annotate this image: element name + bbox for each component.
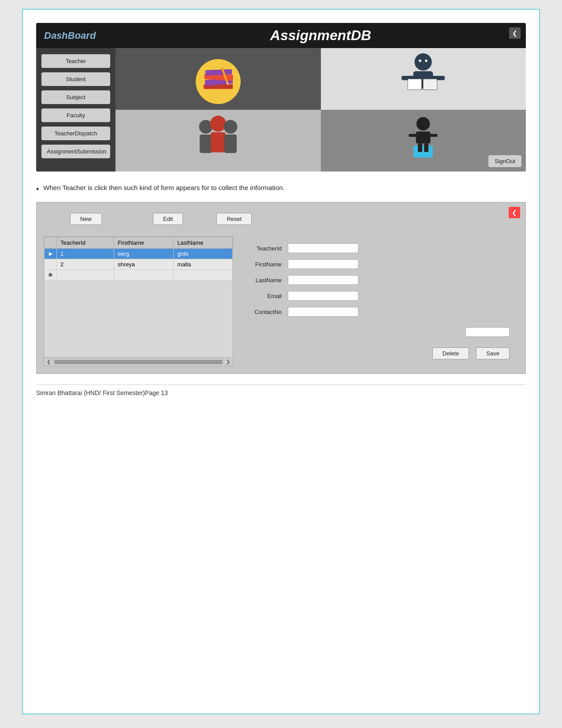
- label-teacherid: TeacherId: [242, 245, 282, 252]
- bullet-dot: •: [36, 185, 39, 194]
- scroll-left-arrow[interactable]: ❮: [47, 359, 51, 365]
- cell-teacherid: 1: [57, 249, 114, 259]
- label-firstname: FirstName: [242, 261, 282, 268]
- new-button[interactable]: New: [70, 213, 102, 225]
- svg-rect-26: [424, 144, 428, 152]
- svg-point-15: [425, 60, 428, 62]
- page-container: DashBoard AssignmentDB ❮ Teacher Student…: [22, 9, 540, 714]
- field-row-contactno: ContactNo: [242, 307, 510, 317]
- label-email: Email: [242, 293, 282, 299]
- table-row[interactable]: ▶ 1 eerg grds: [45, 249, 233, 259]
- field-row-email: Email: [242, 291, 510, 301]
- cell-teacherid: 2: [57, 259, 114, 270]
- nav-student-button[interactable]: Student: [41, 72, 110, 86]
- svg-rect-25: [418, 144, 422, 152]
- form-main: TeacherId FirstName LastName ▶ 1 eerg gr…: [44, 236, 518, 366]
- edit-button[interactable]: Edit: [153, 213, 183, 225]
- cell-lastname: malla: [174, 259, 233, 270]
- label-lastname: LastName: [242, 277, 282, 284]
- reader-image-cell: [321, 48, 526, 110]
- reset-button[interactable]: Reset: [216, 213, 252, 225]
- teachers-icon: [187, 110, 249, 172]
- svg-rect-11: [408, 79, 422, 90]
- svg-rect-21: [224, 134, 237, 153]
- svg-point-18: [210, 116, 226, 131]
- signout-button[interactable]: SignOut: [488, 155, 521, 167]
- signout-overlay: SignOut: [488, 155, 521, 167]
- scroll-right-arrow[interactable]: ❯: [226, 359, 230, 365]
- cell-lastname: grds: [174, 249, 233, 259]
- nav-teacher-button[interactable]: Teacher: [41, 54, 110, 68]
- presenter-image-cell: SignOut: [321, 110, 526, 172]
- teachers-image-cell: [115, 110, 321, 172]
- field-row-teacherid: TeacherId: [242, 243, 510, 253]
- row-arrow: ▶: [45, 249, 57, 259]
- table-header-teacherid: TeacherId: [57, 237, 114, 249]
- form-back-button[interactable]: ❮: [509, 207, 520, 218]
- reader-icon: [392, 48, 454, 110]
- data-table: TeacherId FirstName LastName ▶ 1 eerg gr…: [44, 237, 233, 280]
- horizontal-scrollbar[interactable]: [54, 360, 223, 364]
- delete-button[interactable]: Delete: [432, 347, 469, 359]
- nav-teacherdispatch-button[interactable]: TeacherDispatch: [41, 127, 110, 140]
- svg-rect-28: [430, 134, 438, 137]
- books-icon: [192, 52, 245, 105]
- input-lastname[interactable]: [288, 275, 358, 285]
- save-button[interactable]: Save: [476, 347, 510, 359]
- dash-header: DashBoard AssignmentDB ❮: [36, 23, 526, 48]
- new-row-marker: ✱: [45, 270, 57, 280]
- table-area: TeacherId FirstName LastName ▶ 1 eerg gr…: [44, 236, 233, 366]
- dashboard-app: DashBoard AssignmentDB ❮ Teacher Student…: [36, 23, 526, 172]
- form-actions: [242, 327, 510, 337]
- form-action-buttons: Delete Save: [242, 347, 510, 359]
- teacher-form-container: ❮ New Edit Reset TeacherId FirstName L: [36, 202, 526, 374]
- cell-firstname: eerg: [114, 249, 174, 259]
- svg-rect-24: [413, 146, 433, 157]
- bullet-section: • When Teacher is click then such kind o…: [36, 184, 526, 194]
- label-contactno: ContactNo: [242, 309, 282, 315]
- cell-firstname: shreya: [114, 259, 174, 270]
- bullet-text: When Teacher is click then such kind of …: [43, 184, 285, 191]
- table-row-new[interactable]: ✱: [45, 270, 233, 280]
- table-scroll-area[interactable]: TeacherId FirstName LastName ▶ 1 eerg gr…: [44, 237, 233, 357]
- nav-faculty-button[interactable]: Faculty: [41, 108, 110, 122]
- dashboard-title: DashBoard: [44, 30, 123, 41]
- field-row-lastname: LastName: [242, 275, 510, 285]
- svg-rect-17: [200, 134, 212, 153]
- dash-body: Teacher Student Subject Faculty TeacherD…: [36, 48, 526, 172]
- svg-point-14: [419, 60, 421, 62]
- table-header-indicator: [45, 237, 57, 249]
- svg-point-7: [415, 53, 432, 71]
- svg-rect-27: [409, 134, 417, 137]
- cell-teacherid-new: [57, 270, 114, 280]
- svg-point-20: [223, 120, 237, 134]
- books-image-cell: [115, 48, 321, 110]
- dash-content: SignOut: [115, 48, 526, 172]
- field-row-firstname: FirstName: [242, 259, 510, 269]
- fields-area: TeacherId FirstName LastName Email Conta…: [233, 236, 518, 366]
- input-teacherid[interactable]: [288, 243, 358, 253]
- svg-rect-4: [205, 69, 232, 75]
- page-footer: Simran Bhattarai (HND/ First Semester)Pa…: [36, 385, 526, 396]
- table-row[interactable]: 2 shreya malla: [45, 259, 233, 270]
- input-firstname[interactable]: [288, 259, 358, 269]
- app-title: AssignmentDB: [123, 27, 518, 44]
- dash-sidebar: Teacher Student Subject Faculty TeacherD…: [36, 48, 115, 172]
- svg-point-22: [417, 117, 430, 131]
- extra-input[interactable]: [465, 327, 510, 337]
- svg-rect-12: [423, 79, 437, 90]
- presenter-icon: [397, 114, 450, 167]
- nav-subject-button[interactable]: Subject: [41, 90, 110, 104]
- table-bottom-bar: ❮ ❯: [44, 357, 233, 366]
- table-header-lastname: LastName: [174, 237, 233, 249]
- svg-rect-23: [416, 131, 431, 143]
- input-email[interactable]: [288, 291, 358, 301]
- svg-rect-19: [211, 132, 226, 153]
- nav-assignmentsubmission-button[interactable]: AssignmentSubmission: [41, 145, 110, 158]
- cell-firstname-new: [114, 270, 174, 280]
- table-header-firstname: FirstName: [114, 237, 174, 249]
- input-contactno[interactable]: [288, 307, 358, 317]
- form-toolbar: New Edit Reset: [44, 209, 518, 228]
- cell-lastname-new: [174, 270, 233, 280]
- dashboard-back-button[interactable]: ❮: [509, 27, 521, 39]
